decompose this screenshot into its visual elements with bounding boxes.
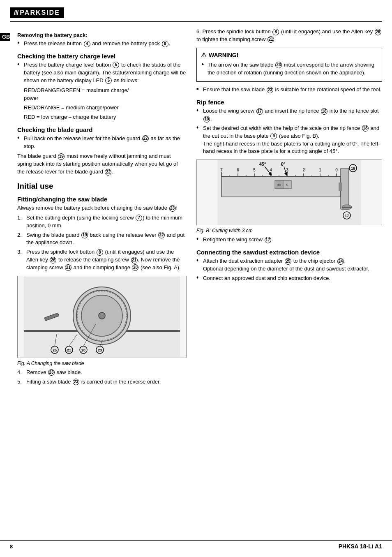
section-initial-use: Initial use Fitting/changing the saw bla… (17, 182, 187, 272)
charge-red-orange-green: RED/ORANGE/GREEN = maximum charge/power (17, 87, 187, 102)
badge-22b: 22 (105, 169, 111, 176)
badge-7: 7 (136, 215, 142, 221)
svg-text:21: 21 (67, 348, 71, 352)
list-item: 4. Remove 23 saw blade. (17, 369, 187, 377)
list-item: Ensure that the saw blade 23 is suitable… (196, 86, 382, 94)
svg-text:3: 3 (286, 168, 288, 172)
sawdust-title: Connecting the sawdust extraction device (196, 249, 382, 256)
footer-page-number: 8 (10, 543, 13, 550)
warning-list: The arrow on the saw blade 23 must corre… (201, 61, 378, 77)
battery-charge-list: Press the battery charge level button 5 … (17, 61, 187, 85)
svg-text:7: 7 (220, 168, 223, 172)
figure-b-svg: 7 6 5 4 3 2 1 0 45° 0° (197, 160, 382, 225)
initial-use-title: Initial use (17, 182, 187, 191)
badge-23s: 23 (267, 87, 273, 93)
battery-charge-title: Checking the battery charge level (17, 53, 187, 60)
svg-text:0: 0 (286, 183, 288, 187)
badge-19a: 19 (58, 153, 65, 160)
svg-text:45: 45 (277, 183, 281, 187)
svg-text:26: 26 (53, 348, 57, 352)
section-fitting-saw-blade: Fitting/changing the saw blade Always re… (17, 196, 187, 272)
badge-8b: 8 (272, 29, 279, 35)
badge-4: 4 (84, 41, 90, 47)
right-column: 6. Press the spindle lock button 8 (unti… (196, 28, 382, 388)
badge-21a: 21 (131, 257, 138, 263)
removing-battery-title: Removing the battery pack: (17, 32, 187, 38)
figure-b-caption: Fig. B: Cutting width 3 cm (196, 228, 382, 233)
warning-label: WARNING! (209, 52, 238, 58)
badge-25: 25 (285, 258, 291, 265)
charge-red-orange: RED/ORANGE = medium charge/power (17, 104, 187, 112)
step-6-text: 6. Press the spindle lock button 8 (unti… (196, 28, 382, 44)
fitting-steps: 1. Set the cutting depth (using the lock… (17, 214, 187, 272)
figure-a-caption: Fig. A Changing the saw blade (17, 361, 187, 366)
list-item: Attach the dust extraction adapter 25 to… (196, 257, 382, 273)
badge-17a: 17 (256, 108, 263, 115)
warning-box: ⚠ WARNING! The arrow on the saw blade 23… (196, 48, 382, 82)
badge-21b: 21 (65, 264, 71, 271)
badge-23b: 23 (48, 369, 55, 376)
blade-guard-list: Pull back on the release lever for the b… (17, 135, 187, 150)
section-removing-battery: Removing the battery pack: Press the rel… (17, 32, 187, 48)
svg-text:45°: 45° (259, 162, 266, 166)
list-item: 5. Fitting a saw blade 23 is carried out… (17, 378, 187, 386)
badge-8a: 8 (97, 249, 103, 256)
svg-text:18: 18 (351, 166, 355, 171)
badge-9: 9 (270, 133, 277, 139)
badge-18a: 18 (321, 108, 327, 115)
section-sawdust: Connecting the sawdust extraction device… (196, 249, 382, 282)
badge-22c: 22 (158, 232, 165, 238)
logo: /// PARKSIDE (10, 7, 64, 18)
svg-point-6 (99, 312, 105, 319)
svg-text:1: 1 (319, 168, 321, 172)
blade-guard-title: Checking the blade guard (17, 126, 187, 133)
list-item: Set the desired cut width with the help … (196, 125, 382, 155)
badge-23a: 23 (169, 205, 176, 212)
footer: 8 PHKSA 18-Li A1 (0, 540, 392, 550)
list-item: Connect an approved dust and chip extrac… (196, 275, 382, 282)
svg-text:0°: 0° (281, 162, 286, 166)
badge-5a: 5 (113, 62, 119, 68)
badge-19b: 19 (81, 232, 88, 238)
list-item: 2. Swing the blade guard 19 back using t… (17, 231, 187, 247)
figure-a: 26 21 20 23 (17, 276, 187, 358)
badge-6: 6 (162, 41, 168, 47)
fitting-intro: Always remove the battery pack before ch… (17, 204, 187, 212)
badge-21c: 21 (267, 36, 274, 43)
svg-text:6: 6 (237, 168, 239, 172)
rip-fence-list: Loose the wing screw 17 and insert the r… (196, 107, 382, 155)
logo-slashes: /// (14, 9, 18, 16)
retighten-list: Retighten the wing screw 17. (196, 236, 382, 244)
section-battery-charge: Checking the battery charge level Press … (17, 53, 187, 121)
badge-18b: 18 (362, 125, 369, 132)
warning-square-list: Ensure that the saw blade 23 is suitable… (196, 86, 382, 94)
badge-23c: 23 (73, 379, 79, 385)
warning-triangle-icon: ⚠ (201, 51, 206, 59)
svg-text:5: 5 (253, 168, 256, 172)
badge-17b: 17 (265, 237, 271, 243)
badge-24: 24 (337, 258, 344, 265)
gb-label: GB (0, 33, 10, 41)
list-item: Retighten the wing screw 17. (196, 236, 382, 244)
blade-guard-para: The blade guard 19 must move freely with… (17, 153, 187, 176)
figure-b: 7 6 5 4 3 2 1 0 45° 0° (196, 159, 382, 225)
section-blade-guard: Checking the blade guard Pull back on th… (17, 126, 187, 176)
list-item: Pull back on the release lever for the b… (17, 135, 187, 150)
list-item: 3. Press the spindle lock button 8 (unti… (17, 248, 187, 272)
removing-battery-list: Press the release button 4 and remove th… (17, 40, 187, 48)
content-area: Removing the battery pack: Press the rel… (10, 28, 382, 388)
svg-text:4: 4 (270, 168, 272, 172)
badge-5b: 5 (105, 77, 112, 84)
page: /// PARKSIDE GB Removing the battery pac… (0, 0, 392, 557)
steps-4-5: 4. Remove 23 saw blade. 5. Fitting a saw… (17, 369, 187, 386)
badge-20: 20 (132, 264, 138, 271)
svg-text:2: 2 (302, 168, 305, 172)
svg-rect-51 (339, 183, 342, 191)
badge-26a: 26 (50, 257, 56, 263)
sawdust-list: Attach the dust extraction adapter 25 to… (196, 257, 382, 282)
charge-red: RED = low charge – charge the battery (17, 113, 187, 121)
logo-text: PARKSIDE (20, 9, 60, 16)
section-rip-fence: Rip fence Loose the wing screw 17 and in… (196, 99, 382, 244)
list-item: Loose the wing screw 17 and insert the r… (196, 107, 382, 123)
fitting-saw-blade-title: Fitting/changing the saw blade (17, 196, 187, 203)
